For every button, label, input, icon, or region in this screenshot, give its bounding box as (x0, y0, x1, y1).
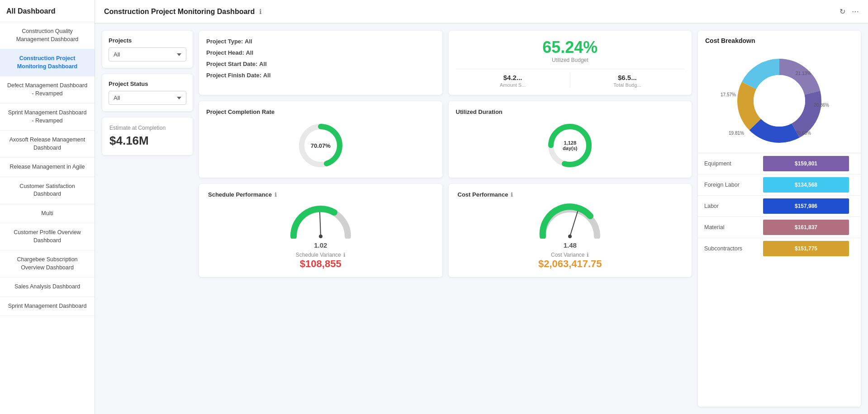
svg-text:20.86%: 20.86% (814, 103, 829, 108)
completion-rate-title: Project Completion Rate (206, 108, 275, 115)
cost-category-label: Subcontractors (698, 238, 757, 259)
schedule-info-icon[interactable]: ℹ (275, 192, 277, 198)
estimate-label: Estimate at Completion (109, 125, 185, 131)
cost-bar: $161,837 (763, 220, 849, 235)
completion-rate-card: Project Completion Rate 70.07% (199, 101, 442, 178)
sidebar-item-customer-profile[interactable]: Customer Profile Overview Dashboard (0, 223, 95, 250)
completion-rate-value: 70.07% (311, 142, 331, 149)
projects-label: Projects (109, 37, 186, 44)
cost-variance-value: $2,063,417.75 (538, 258, 602, 270)
estimate-card: Estimate at Completion $4.16M (102, 118, 193, 155)
svg-point-5 (319, 235, 323, 238)
project-finish-label: Project Finish Date: (206, 72, 261, 79)
svg-text:20.63%: 20.63% (796, 131, 811, 136)
cost-info-icon[interactable]: ℹ (511, 192, 513, 198)
svg-point-7 (568, 235, 572, 238)
top-row: Project Type: All Project Head: All Proj… (199, 31, 692, 95)
cost-category-label: Equipment (698, 153, 757, 174)
cost-bar-cell: $157,986 (757, 196, 861, 217)
project-type-value: All (245, 38, 252, 45)
utilized-duration-value: 1,128 day(s) (558, 140, 583, 151)
cost-variance-label: Cost Variance ℹ (551, 252, 589, 258)
total-budget-label: Total Budg... (570, 82, 684, 88)
sidebar-item-axosoft-release[interactable]: Axosoft Release Management Dashboard (0, 131, 95, 158)
main-content: Construction Project Monitoring Dashboar… (95, 0, 868, 414)
projects-select[interactable]: All (109, 47, 186, 61)
schedule-gauge (287, 202, 355, 239)
sidebar-title: All Dashboard (0, 0, 95, 22)
sidebar-item-sales-analysis[interactable]: Sales Analysis Dashboard (0, 278, 95, 297)
status-select[interactable]: All (109, 91, 186, 105)
cost-breakdown-table: Equipment$159,801Foreign Labor$134,568La… (698, 153, 861, 259)
cost-breakdown-title: Cost Breakdown (698, 31, 861, 44)
schedule-performance-card: Schedule Performance ℹ (199, 184, 442, 277)
utilized-duration-chart: 1,128 day(s) (545, 121, 595, 170)
schedule-gauge-value: 1.02 (314, 241, 327, 249)
project-head-row: Project Head: All (206, 49, 435, 56)
sidebar-item-chargebee[interactable]: Chargebee Subscription Overview Dashboar… (0, 250, 95, 278)
header-right: ↻ ⋯ (840, 7, 859, 16)
svg-line-6 (570, 212, 578, 236)
total-budget-value: $6.5... (570, 74, 684, 81)
cost-bar-cell: $161,837 (757, 217, 861, 238)
sidebar-item-construction-project[interactable]: Construction Project Monitoring Dashboar… (0, 49, 95, 76)
donut-row: Project Completion Rate 70.07% Utilized … (199, 101, 692, 178)
cost-bar-cell: $159,801 (757, 153, 861, 174)
cost-breakdown-panel: Cost Breakdown (698, 31, 861, 407)
left-panel: Projects All Project Status All Estimate… (102, 31, 193, 407)
budget-card: 65.24% Utilized Budget $4.2... Amount S.… (449, 31, 692, 95)
cost-category-label: Labor (698, 196, 757, 217)
project-finish-row: Project Finish Date: All (206, 72, 435, 79)
schedule-variance-value: $108,855 (300, 258, 342, 270)
cost-table-row: Foreign Labor$134,568 (698, 174, 861, 196)
schedule-variance-info-icon[interactable]: ℹ (343, 252, 346, 258)
status-filter-card: Project Status All (102, 74, 193, 111)
cost-performance-title: Cost Performance ℹ (458, 191, 513, 198)
project-finish-value: All (263, 72, 271, 79)
sidebar-item-construction-quality[interactable]: Construction Quality Management Dashboar… (0, 22, 95, 49)
header: Construction Project Monitoring Dashboar… (95, 0, 868, 24)
cost-variance-info-icon[interactable]: ℹ (587, 252, 589, 258)
more-options-icon[interactable]: ⋯ (852, 7, 859, 16)
cost-breakdown-donut: 21.13% 20.86% 20.63% 19.81% 17.57% (698, 44, 861, 153)
sidebar-item-release-agile[interactable]: Release Management in Agile (0, 158, 95, 177)
estimate-value: $4.16M (109, 134, 185, 148)
svg-text:19.81%: 19.81% (729, 131, 744, 136)
sidebar-item-sprint-management[interactable]: Sprint Management Dashboard - Revamped (0, 104, 95, 131)
sidebar: All Dashboard Construction Quality Manag… (0, 0, 95, 414)
cost-bar: $134,568 (763, 177, 849, 193)
budget-split: $4.2... Amount S... $6.5... Total Budg..… (456, 69, 685, 88)
sidebar-item-sprint-management-2[interactable]: Sprint Management Dashboard (0, 297, 95, 316)
project-type-label: Project Type: (206, 38, 243, 45)
sidebar-items: Construction Quality Management Dashboar… (0, 22, 95, 316)
header-left: Construction Project Monitoring Dashboar… (104, 8, 262, 16)
schedule-performance-title: Schedule Performance ℹ (208, 191, 277, 198)
amount-spent-value: $4.2... (456, 74, 570, 81)
sidebar-item-customer-satisfaction[interactable]: Customer Satisfaction Dashboard (0, 177, 95, 204)
cost-table-row: Equipment$159,801 (698, 153, 861, 174)
utilized-duration-card: Utilized Duration 1,128 day(s) (449, 101, 692, 178)
cost-gauge (536, 202, 604, 239)
budget-percent: 65.24% (542, 38, 598, 57)
project-type-row: Project Type: All (206, 38, 435, 45)
project-head-label: Project Head: (206, 49, 244, 56)
total-budget: $6.5... Total Budg... (570, 74, 684, 88)
middle-panel: Project Type: All Project Head: All Proj… (199, 31, 692, 407)
cost-bar-cell: $151,775 (757, 238, 861, 259)
cost-gauge-value: 1.48 (564, 241, 577, 249)
cost-bar-cell: $134,568 (757, 174, 861, 196)
cost-bar: $151,775 (763, 241, 849, 256)
amount-spent: $4.2... Amount S... (456, 74, 570, 88)
refresh-icon[interactable]: ↻ (840, 7, 845, 16)
content-area: Projects All Project Status All Estimate… (95, 24, 868, 414)
cost-bar: $159,801 (763, 156, 849, 171)
project-start-row: Project Start Date: All (206, 61, 435, 67)
cost-bar: $157,986 (763, 198, 849, 214)
cost-category-label: Material (698, 217, 757, 238)
cost-table-row: Labor$157,986 (698, 196, 861, 217)
page-title: Construction Project Monitoring Dashboar… (104, 8, 255, 16)
cost-category-label: Foreign Labor (698, 174, 757, 196)
sidebar-item-defect-management[interactable]: Defect Management Dashboard - Revamped (0, 76, 95, 104)
sidebar-item-multi[interactable]: Multi (0, 204, 95, 224)
info-icon[interactable]: ℹ (259, 8, 262, 16)
